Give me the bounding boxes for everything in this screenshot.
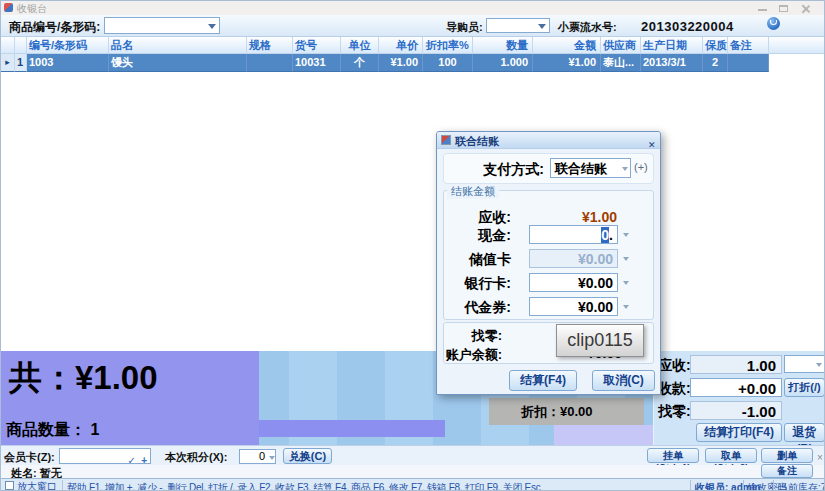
titlebar: 收银台: [1, 1, 825, 15]
statusbar-divider: [62, 480, 63, 490]
cell-supplier: 泰山...: [601, 54, 641, 72]
guide-label: 导购员:: [446, 20, 483, 35]
row-filler: [769, 54, 825, 72]
col-header-name[interactable]: 品名: [109, 37, 247, 53]
row-marker-icon: ▸: [1, 54, 15, 72]
retrieve-order-button[interactable]: 取单(Ctrl+2): [705, 448, 757, 463]
name-row: [1, 465, 825, 478]
total-label: 共：: [9, 359, 75, 396]
total-block: 共：¥1.00 商品数量： 1: [1, 351, 259, 445]
member-card-input[interactable]: [59, 448, 151, 464]
balance-label: 账户余额:: [440, 346, 502, 364]
cell-discount-rate: 100: [423, 54, 473, 72]
dialog-close-icon[interactable]: [648, 134, 656, 152]
voucher-input[interactable]: ¥0.00: [529, 297, 618, 316]
delete-order-button[interactable]: 删单(Ctrl+3): [761, 448, 813, 463]
member-card-label: 会员卡(Z):: [4, 450, 55, 465]
refresh-icon[interactable]: [767, 17, 780, 30]
hold-order-button[interactable]: 挂单(Ctrl+1): [647, 448, 699, 463]
qty-label: 商品数量：: [6, 421, 86, 438]
cell-name: 馒头: [109, 54, 247, 72]
return-button[interactable]: 退货(R): [784, 423, 825, 442]
cash-selected-text: 0: [601, 227, 609, 243]
redeem-button[interactable]: 兑换(C): [283, 448, 332, 464]
qty-value: 1: [90, 421, 99, 438]
change-field: -1.00: [690, 401, 782, 420]
statusbar-divider4: [773, 480, 774, 490]
received-input[interactable]: +0.00: [690, 378, 782, 397]
zoom-window-label: 放大窗口: [17, 480, 57, 491]
col-header-unit[interactable]: 单位: [341, 37, 379, 53]
cash-input[interactable]: 0.: [529, 225, 618, 244]
cell-qty: 1.000: [473, 54, 533, 72]
purple-strip: [259, 420, 445, 437]
discount-button[interactable]: 打折(/): [784, 378, 825, 397]
col-header-supplier[interactable]: 供应商: [601, 37, 641, 53]
cell-itemno: 10031: [293, 54, 341, 72]
table-row[interactable]: ▸ 1 1003 馒头 10031 个 ¥1.00 100 1.000 ¥1.0…: [1, 54, 825, 72]
dlg-receivable-value: ¥1.00: [557, 209, 617, 225]
col-header-code[interactable]: 编号/条形码: [27, 37, 109, 53]
summary-band: 共：¥1.00 商品数量： 1 折扣：¥0.00 应收: 1.00 收款: +0…: [1, 351, 825, 445]
current-stock-label: 当前库存:75: [778, 481, 825, 491]
receipt-label: 小票流水号:: [558, 20, 617, 35]
dialog-cancel-button[interactable]: 取消(C): [592, 370, 655, 391]
product-code-label: 商品编号/条形码:: [9, 19, 100, 36]
dialog-title: 联合结账: [455, 134, 499, 149]
app-icon: [4, 3, 13, 12]
dlg-receivable-label: 应收:: [447, 209, 511, 227]
payment-method-select[interactable]: 联合结账: [550, 158, 631, 178]
add-payment-button[interactable]: (+): [634, 161, 648, 173]
receivable-label: 应收:: [658, 357, 691, 375]
cell-amount: ¥1.00: [533, 54, 601, 72]
col-header-prod-date[interactable]: 生产日期: [641, 37, 703, 53]
cell-price: ¥1.00: [379, 54, 423, 72]
payment-method-label: 支付方式:: [453, 161, 544, 179]
receivable-combo[interactable]: [784, 355, 825, 373]
header-filler: [769, 37, 825, 53]
col-header-amount[interactable]: 金额: [533, 37, 601, 53]
settle-print-button[interactable]: 结算打印(F4): [696, 423, 782, 442]
dlg-change-label: 找零:: [448, 327, 502, 345]
col-header-discount-rate[interactable]: 折扣率%: [423, 37, 473, 53]
cash-suffix: .: [609, 227, 613, 243]
cell-prod-date: 2013/3/1: [641, 54, 703, 72]
total-value: ¥1.00: [75, 359, 158, 396]
header-rownum: [15, 37, 27, 53]
stored-card-field: ¥0.00: [529, 249, 618, 268]
dialog-icon: [441, 135, 451, 145]
col-header-spec[interactable]: 规格: [247, 37, 293, 53]
dialog-settle-button[interactable]: 结算(F4): [509, 370, 577, 391]
dialog-titlebar[interactable]: 联合结账: [437, 132, 660, 149]
total-line: 共：¥1.00: [9, 356, 158, 401]
receivable-field: 1.00: [690, 355, 782, 374]
receipt-number: 201303220004: [641, 19, 734, 34]
settle-amount-group-label: 结账金额: [447, 184, 499, 199]
close-icon[interactable]: [801, 4, 810, 13]
col-header-itemno[interactable]: 货号: [293, 37, 341, 53]
shortcut-help-text: 帮助 F1, 增加 +, 减少 -, 删行 Del, 打折 /, 录入 F2, …: [67, 481, 627, 491]
lilac-block: [554, 425, 653, 445]
maximize-icon[interactable]: [779, 5, 788, 12]
tooltip: clip0115: [556, 324, 644, 357]
zoom-window-checkbox[interactable]: [5, 481, 14, 490]
bank-card-input[interactable]: ¥0.00: [529, 273, 618, 292]
panel-close-icon[interactable]: [817, 447, 823, 465]
col-header-note[interactable]: 备注: [728, 37, 769, 53]
col-header-qty[interactable]: 数量: [473, 37, 533, 53]
tooltip-text: clip0115: [567, 330, 633, 350]
product-code-input[interactable]: [104, 17, 220, 34]
checkout-panel: 应收: 1.00 收款: +0.00 打折(/) 找零: -1.00 结算打印(…: [653, 351, 825, 445]
received-label: 收款:: [658, 380, 691, 398]
discount-value: ¥0.00: [560, 404, 593, 419]
points-label: 本次积分(X):: [165, 450, 227, 465]
cell-spec: [247, 54, 293, 72]
minimize-icon[interactable]: [758, 9, 767, 11]
pos-window: 收银台 商品编号/条形码: 导购员: 小票流水号: 201303220004 编…: [0, 0, 825, 491]
discount-strip: 折扣：¥0.00: [489, 398, 644, 425]
col-header-shelf-life[interactable]: 保质期: [703, 37, 728, 53]
guide-select[interactable]: [486, 18, 550, 33]
note-button[interactable]: 备注(Ctrl+B): [761, 464, 813, 478]
cell-code: 1003: [27, 54, 109, 72]
col-header-price[interactable]: 单价: [379, 37, 423, 53]
